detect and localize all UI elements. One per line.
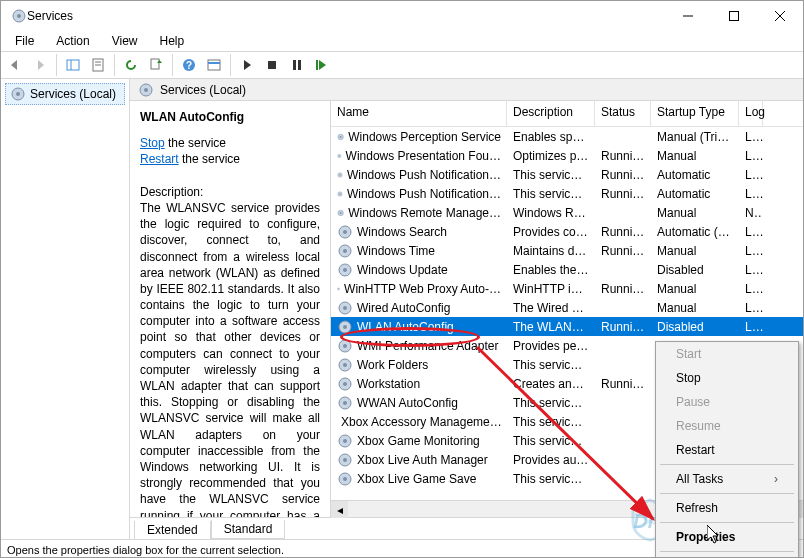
svg-rect-16 [268,61,276,69]
svg-point-43 [343,306,347,310]
menu-file[interactable]: File [7,32,42,50]
ctx-all-tasks[interactable]: All Tasks [656,467,798,491]
gear-icon [337,243,353,259]
service-logon: Loc [739,187,763,201]
service-status: Running [595,282,651,296]
svg-point-21 [16,92,20,96]
restart-service-button[interactable] [310,53,334,77]
ctx-restart[interactable]: Restart [656,438,798,462]
list-header: Name Description Status Startup Type Log [331,101,803,127]
gear-icon [337,395,353,411]
properties-button[interactable] [86,53,110,77]
col-status[interactable]: Status [595,101,651,126]
col-log[interactable]: Log [739,101,763,126]
service-startup: Automatic (D… [651,225,739,239]
restart-link[interactable]: Restart [140,152,179,166]
service-row[interactable]: Wired AutoConfigThe Wired …ManualLoc [331,298,803,317]
gear-icon [337,452,353,468]
service-startup: Manual [651,206,739,220]
start-service-button[interactable] [235,53,259,77]
title-bar: Services [1,1,803,31]
service-row[interactable]: WinHTTP Web Proxy Auto-…WinHTTP i…Runnin… [331,279,803,298]
service-logon: Loc [739,320,763,334]
service-name: Xbox Live Auth Manager [357,453,488,467]
tab-standard[interactable]: Standard [211,520,286,539]
service-description: Provides au… [507,453,595,467]
content-header: Services (Local) [130,79,803,101]
stop-service-button[interactable] [260,53,284,77]
service-description: Windows R… [507,206,595,220]
svg-text:?: ? [186,60,192,71]
maximize-button[interactable] [711,1,757,31]
pause-service-button[interactable] [285,53,309,77]
service-description: Enables the … [507,263,595,277]
service-row[interactable]: Windows UpdateEnables the …DisabledLoc [331,260,803,279]
restart-suffix: the service [179,152,240,166]
tab-extended[interactable]: Extended [134,521,211,539]
stop-link[interactable]: Stop [140,136,165,150]
service-row[interactable]: Windows Push Notification…This service …… [331,184,803,203]
close-button[interactable] [757,1,803,31]
gear-icon [337,148,342,164]
svg-rect-17 [293,60,296,70]
service-row[interactable]: Windows Remote Manage…Windows R…ManualNe… [331,203,803,222]
service-description: This service … [507,168,595,182]
service-description: This service … [507,415,595,429]
menu-action[interactable]: Action [48,32,97,50]
service-row[interactable]: Windows TimeMaintains d…RunningManualLoc [331,241,803,260]
export-button[interactable] [144,53,168,77]
svg-point-29 [339,174,340,175]
service-row[interactable]: Windows SearchProvides co…RunningAutomat… [331,222,803,241]
service-startup: Manual [651,149,739,163]
svg-point-25 [340,136,342,138]
service-row[interactable]: WLAN AutoConfigThe WLANS…RunningDisabled… [331,317,803,336]
menu-help[interactable]: Help [152,32,193,50]
col-startup[interactable]: Startup Type [651,101,739,126]
service-startup: Manual [651,282,739,296]
nav-services-local[interactable]: Services (Local) [5,83,125,105]
ctx-refresh[interactable]: Refresh [656,496,798,520]
svg-point-35 [343,230,347,234]
minimize-button[interactable] [665,1,711,31]
service-status: Running [595,377,651,391]
scroll-left-button[interactable]: ◂ [331,501,348,518]
col-description[interactable]: Description [507,101,595,126]
nav-item-label: Services (Local) [30,87,116,101]
col-name[interactable]: Name [331,101,507,126]
service-description: The WLANS… [507,320,595,334]
service-description: This service … [507,396,595,410]
service-name: Xbox Live Game Save [357,472,476,486]
status-text: Opens the properties dialog box for the … [7,544,284,556]
service-startup: Manual (Trig… [651,130,739,144]
service-description: Provides pe… [507,339,595,353]
forward-button[interactable] [28,53,52,77]
help-button[interactable]: ? [177,53,201,77]
show-hide-tree-button[interactable] [61,53,85,77]
service-logon: Loc [739,225,763,239]
svg-rect-14 [208,60,220,70]
ctx-properties[interactable]: Properties [656,525,798,549]
window-title: Services [27,9,665,23]
service-row[interactable]: Windows Perception ServiceEnables spa…Ma… [331,127,803,146]
service-name: WLAN AutoConfig [357,320,454,334]
columns-button[interactable] [202,53,226,77]
service-name: Workstation [357,377,420,391]
service-description: This service … [507,187,595,201]
gear-icon [337,433,353,449]
svg-point-61 [343,477,347,481]
menu-view[interactable]: View [104,32,146,50]
service-description: The Wired … [507,301,595,315]
description-panel: WLAN AutoConfig Stop the service Restart… [130,101,330,517]
svg-point-45 [343,325,347,329]
service-logon: Loc [739,263,763,277]
service-row[interactable]: Windows Presentation Fou…Optimizes p…Run… [331,146,803,165]
gear-icon [337,376,353,392]
service-description: Creates and… [507,377,595,391]
service-row[interactable]: Windows Push Notification…This service …… [331,165,803,184]
nav-panel: Services (Local) [1,79,130,539]
ctx-stop[interactable]: Stop [656,366,798,390]
service-logon: Loc [739,130,763,144]
refresh-button[interactable] [119,53,143,77]
back-button[interactable] [3,53,27,77]
service-status: Running [595,168,651,182]
